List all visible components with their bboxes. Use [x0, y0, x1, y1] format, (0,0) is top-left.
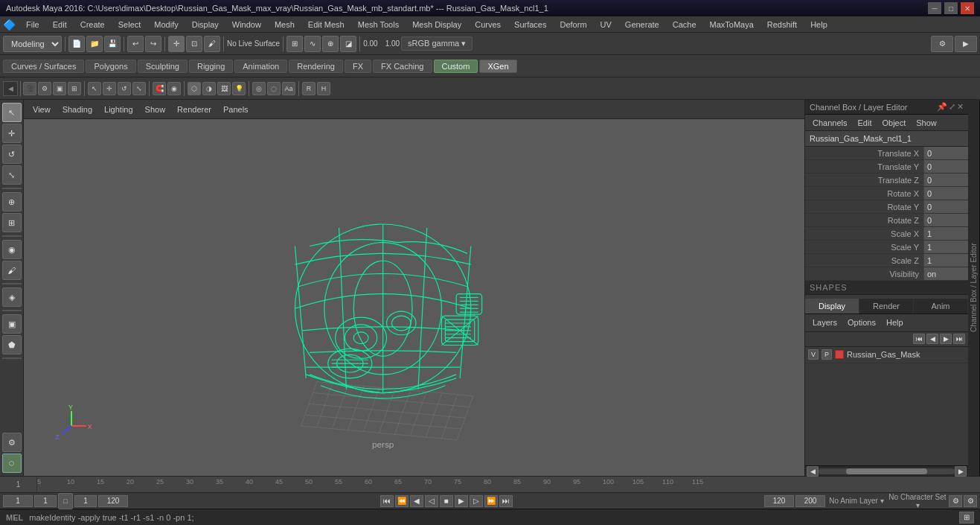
- minimize-button[interactable]: ─: [928, 2, 941, 14]
- snap-grid-button[interactable]: ⊞: [286, 36, 303, 52]
- select-tool-icon[interactable]: ↖: [88, 82, 101, 95]
- lasso-select-button[interactable]: ⊡: [186, 36, 202, 52]
- move-button[interactable]: ✛: [2, 124, 22, 143]
- playback-range-input[interactable]: □: [58, 493, 73, 509]
- viewport-panels-menu[interactable]: Panels: [219, 104, 253, 115]
- menu-cache[interactable]: Cache: [667, 19, 702, 31]
- tab-rendering[interactable]: Rendering: [289, 60, 343, 73]
- menu-create[interactable]: Create: [74, 19, 111, 31]
- soft-select-icon[interactable]: ◉: [167, 82, 181, 95]
- tab-rigging[interactable]: Rigging: [189, 60, 233, 73]
- scale-x-value[interactable]: 1: [923, 227, 968, 240]
- renderer-icon[interactable]: R: [302, 82, 316, 95]
- menu-uv[interactable]: UV: [595, 19, 618, 31]
- toolbar-collapse-button[interactable]: ◀: [3, 81, 18, 96]
- tab-fx-caching[interactable]: FX Caching: [373, 60, 432, 73]
- move-tool-icon[interactable]: ✛: [103, 82, 116, 95]
- layer-nav-right-right[interactable]: ⏭: [953, 334, 965, 344]
- end-frame-display[interactable]: [98, 495, 128, 507]
- camera-settings-icon[interactable]: ⚙: [38, 82, 51, 95]
- show-manip-button[interactable]: ◈: [2, 287, 22, 307]
- grid-icon[interactable]: ⊞: [68, 82, 81, 95]
- play-forward-button[interactable]: ▶: [455, 495, 468, 507]
- menu-file[interactable]: File: [20, 19, 45, 31]
- rotate-y-value[interactable]: 0: [923, 200, 968, 213]
- menu-window[interactable]: Window: [226, 19, 267, 31]
- anim-end-input[interactable]: [795, 495, 825, 507]
- panel-scrollbar[interactable]: ◀ ▶: [805, 465, 968, 476]
- playback-end-input[interactable]: [764, 495, 794, 507]
- anim-layer-settings-button[interactable]: ⚙: [949, 495, 962, 507]
- rotate-x-value[interactable]: 0: [923, 187, 968, 200]
- menu-redshift[interactable]: Redshift: [761, 19, 803, 31]
- channels-menu[interactable]: Channels: [808, 117, 851, 129]
- script-editor-button[interactable]: ⊞: [959, 512, 974, 524]
- viewport-shading-menu[interactable]: Shading: [58, 104, 97, 115]
- render-settings-button[interactable]: ⚙: [931, 36, 953, 52]
- tab-anim[interactable]: Anim: [914, 299, 968, 314]
- show-menu[interactable]: Show: [912, 117, 941, 129]
- settings-button[interactable]: ⚙: [2, 433, 22, 452]
- rotate-button[interactable]: ↺: [2, 144, 22, 164]
- step-back-button[interactable]: ⏪: [395, 495, 409, 507]
- soft-select-button[interactable]: ◉: [2, 240, 22, 259]
- tab-polygons[interactable]: Polygons: [86, 60, 135, 73]
- translate-x-value[interactable]: 0: [923, 147, 968, 159]
- layers-menu[interactable]: Layers: [808, 316, 842, 328]
- layer-playback-button[interactable]: P: [822, 349, 832, 360]
- attribute-editor-tab[interactable]: Channel Box / Layer Editor: [968, 100, 980, 476]
- menu-edit[interactable]: Edit: [47, 19, 73, 31]
- visibility-value[interactable]: on: [923, 267, 968, 280]
- snap-together-button[interactable]: ⊕: [2, 192, 22, 211]
- tab-curves-surfaces[interactable]: Curves / Surfaces: [3, 60, 84, 73]
- edit-menu[interactable]: Edit: [853, 117, 876, 129]
- go-start-button[interactable]: ⏮: [380, 495, 394, 507]
- scale-tool-icon[interactable]: ⤡: [132, 82, 146, 95]
- select-tool-button[interactable]: ↖: [2, 103, 22, 122]
- object-menu[interactable]: Object: [877, 117, 910, 129]
- maximize-button[interactable]: □: [944, 2, 958, 14]
- smooth-shade-icon[interactable]: ◑: [202, 82, 216, 95]
- menu-generate[interactable]: Generate: [619, 19, 665, 31]
- save-scene-button[interactable]: 💾: [104, 36, 121, 52]
- layer-nav-left[interactable]: ◀: [926, 334, 938, 344]
- open-scene-button[interactable]: 📁: [86, 36, 103, 52]
- channel-box-expand-icon[interactable]: ⤢: [949, 102, 955, 112]
- tab-sculpting[interactable]: Sculpting: [138, 60, 188, 73]
- undo-button[interactable]: ↩: [127, 36, 144, 52]
- frame-step-input[interactable]: [34, 495, 57, 507]
- menu-maxtomaya[interactable]: MaxToMaya: [704, 19, 760, 31]
- xray-icon[interactable]: ◌: [267, 82, 281, 95]
- layer-color-swatch[interactable]: [835, 350, 844, 359]
- timeline-track[interactable]: 5 10 15 20 25 30 35 40 45 50 55 60 65 70…: [37, 477, 816, 492]
- workspace-dropdown[interactable]: Modeling: [3, 36, 62, 52]
- menu-select[interactable]: Select: [112, 19, 147, 31]
- layer-nav-right[interactable]: ▶: [940, 334, 952, 344]
- aa-icon[interactable]: Aa: [282, 82, 295, 95]
- menu-curves[interactable]: Curves: [469, 19, 507, 31]
- menu-deform[interactable]: Deform: [554, 19, 592, 31]
- tab-fx[interactable]: FX: [345, 60, 371, 73]
- char-set-settings-button[interactable]: ⚙: [964, 495, 977, 507]
- quad-draw-button[interactable]: ▣: [2, 314, 22, 334]
- snap-point-button[interactable]: ⊕: [322, 36, 339, 52]
- no-char-set-dropdown[interactable]: No Character Set ▾: [888, 493, 947, 509]
- channel-box-close-icon[interactable]: ✕: [957, 102, 964, 112]
- menu-display[interactable]: Display: [186, 19, 225, 31]
- menu-edit-mesh[interactable]: Edit Mesh: [302, 19, 350, 31]
- stop-button[interactable]: ■: [440, 495, 453, 507]
- channel-box-pin-icon[interactable]: 📌: [937, 102, 947, 112]
- resolution-icon[interactable]: ▣: [53, 82, 66, 95]
- snap-icon[interactable]: 🧲: [153, 82, 166, 95]
- scroll-thumb[interactable]: [846, 468, 928, 474]
- rotate-z-value[interactable]: 0: [923, 214, 968, 226]
- tab-custom[interactable]: Custom: [434, 60, 478, 73]
- frame-num-input[interactable]: [74, 495, 97, 507]
- redo-button[interactable]: ↪: [145, 36, 161, 52]
- menu-mesh-display[interactable]: Mesh Display: [406, 19, 467, 31]
- viewport-view-menu[interactable]: View: [28, 104, 55, 115]
- scale-button[interactable]: ⤡: [2, 165, 22, 185]
- translate-z-value[interactable]: 0: [923, 174, 968, 186]
- tab-xgen[interactable]: XGen: [479, 60, 516, 73]
- tab-animation[interactable]: Animation: [234, 60, 287, 73]
